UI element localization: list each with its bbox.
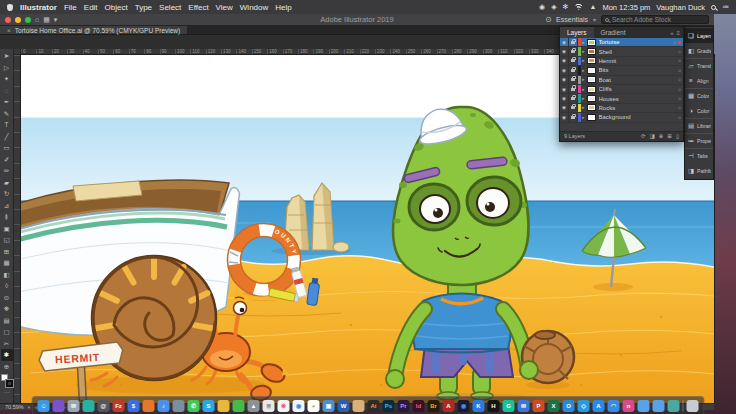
layer-row[interactable]: ◉ ▸ Boat ○ xyxy=(560,76,683,85)
menu-edit[interactable]: Edit xyxy=(84,3,98,12)
blend-tool[interactable]: ⊙ xyxy=(1,292,13,304)
pen-tool[interactable]: ✒ xyxy=(1,96,13,108)
panel-tab[interactable]: Layers xyxy=(560,27,594,38)
layer-name[interactable]: Boat xyxy=(599,77,677,83)
close-tab-icon[interactable]: × xyxy=(7,27,11,34)
perspective-grid-tool[interactable]: ⊞ xyxy=(1,246,13,258)
photos[interactable]: ❀ xyxy=(278,400,290,412)
menu-bar-user[interactable]: Vaughan Duck xyxy=(656,3,705,12)
workspace-switcher[interactable]: Essentials xyxy=(556,16,588,23)
dock-app[interactable]: @ xyxy=(98,400,110,412)
panel-tab[interactable]: Gradient xyxy=(594,27,633,38)
new-layer-icon[interactable]: ⊞ xyxy=(667,133,672,139)
airplay-icon[interactable]: ▲ xyxy=(589,0,596,14)
panel-gradient[interactable]: ◧ Gradient xyxy=(685,43,713,58)
arrange-documents-icon[interactable]: ▦ xyxy=(43,14,50,26)
layer-row[interactable]: ◉ ▸ Rocks ○ xyxy=(560,104,683,113)
visibility-eye-icon[interactable]: ◉ xyxy=(560,75,569,84)
spotlight-icon[interactable] xyxy=(711,5,716,10)
dock-app[interactable]: $ xyxy=(128,400,140,412)
target-circle-icon[interactable]: ○ xyxy=(678,77,681,82)
collapse-panel-icon[interactable]: « xyxy=(670,30,673,36)
panel-layers[interactable]: ❏ Layers xyxy=(685,28,713,43)
menu-help[interactable]: Help xyxy=(275,3,291,12)
magic-wand-tool[interactable]: ✦ xyxy=(1,73,13,85)
panel-menu-icon[interactable]: ≡ xyxy=(676,30,680,36)
lock-icon[interactable] xyxy=(569,66,578,74)
width-tool[interactable]: ≬ xyxy=(1,211,13,223)
direct-selection-tool[interactable]: ▷ xyxy=(1,62,13,74)
layer-name[interactable]: Tortoise xyxy=(599,39,672,45)
finder[interactable]: ☺ xyxy=(38,400,50,412)
dock-app[interactable] xyxy=(173,400,185,412)
layer-row[interactable]: ◉ ▸ Tortoise ○ xyxy=(560,38,683,47)
skype[interactable]: S xyxy=(203,400,215,412)
hand-tool[interactable]: ✱ xyxy=(1,349,13,361)
layer-name[interactable]: Cliffs xyxy=(599,86,677,92)
rectangle-tool[interactable]: ▭ xyxy=(1,142,13,154)
layer-name[interactable]: Rocks xyxy=(599,105,677,111)
folder[interactable] xyxy=(653,400,665,412)
acrobat[interactable]: A xyxy=(443,400,455,412)
trash[interactable] xyxy=(687,400,699,412)
dock-app[interactable]: H xyxy=(488,400,500,412)
adobe-stock-search[interactable]: Search Adobe Stock xyxy=(601,15,709,24)
itunes[interactable]: ♪ xyxy=(158,400,170,412)
lock-icon[interactable] xyxy=(569,76,578,84)
layer-row[interactable]: ◉ ▸ Background ○ xyxy=(560,113,683,122)
misc-status-icon[interactable]: ✻ xyxy=(563,0,569,14)
layer-row[interactable]: ◉ ▸ Houses ○ xyxy=(560,94,683,103)
zoom-window-button[interactable] xyxy=(25,17,31,23)
line-segment-tool[interactable]: ╱ xyxy=(1,131,13,143)
apple-menu-icon[interactable] xyxy=(7,4,13,11)
safari[interactable]: ◉ xyxy=(293,400,305,412)
type-tool[interactable]: T xyxy=(1,119,13,131)
layer-name[interactable]: Hermit xyxy=(599,58,677,64)
panel-properties[interactable]: ≔ Properties xyxy=(685,133,713,148)
launchpad[interactable]: ▲ xyxy=(248,400,260,412)
visibility-eye-icon[interactable]: ◉ xyxy=(560,38,569,47)
column-graph-tool[interactable]: ▤ xyxy=(1,315,13,327)
mail[interactable]: ✉ xyxy=(68,400,80,412)
menu-app-name[interactable]: Illustrator xyxy=(20,3,57,12)
dock-app[interactable]: ▣ xyxy=(323,400,335,412)
zoom-level[interactable]: 70.59% xyxy=(5,404,24,410)
target-circle-icon[interactable]: ○ xyxy=(678,87,681,92)
lock-icon[interactable] xyxy=(569,57,578,65)
lock-icon[interactable] xyxy=(569,38,578,46)
visibility-eye-icon[interactable]: ◉ xyxy=(560,85,569,94)
visibility-eye-icon[interactable]: ◉ xyxy=(560,47,569,56)
target-circle-icon[interactable]: ○ xyxy=(678,58,681,63)
curvature-tool[interactable]: ✎ xyxy=(1,108,13,120)
dock-app[interactable] xyxy=(83,400,95,412)
visibility-eye-icon[interactable]: ◉ xyxy=(560,94,569,103)
bridge[interactable]: Br xyxy=(428,400,440,412)
eraser-tool[interactable]: ▰ xyxy=(1,177,13,189)
layer-name[interactable]: Bits xyxy=(599,67,677,73)
dock-app[interactable]: ◉ xyxy=(458,400,470,412)
folder[interactable] xyxy=(668,400,680,412)
panel-color-guide[interactable]: ◑ Color Gu... xyxy=(685,103,713,118)
close-window-button[interactable] xyxy=(5,17,11,23)
layer-row[interactable]: ◉ ▸ Bits ○ xyxy=(560,66,683,75)
layer-row[interactable]: ◉ ▸ Hermit ○ xyxy=(560,57,683,66)
panel-transform[interactable]: ▱ Transfo... xyxy=(685,58,713,73)
visibility-eye-icon[interactable]: ◉ xyxy=(560,56,569,65)
grammarly[interactable]: G xyxy=(503,400,515,412)
shape-builder-tool[interactable]: ◱ xyxy=(1,234,13,246)
panel-libraries[interactable]: ▤ Libraries xyxy=(685,118,713,133)
layer-row[interactable]: ◉ ▸ Shell ○ xyxy=(560,47,683,56)
dock-app[interactable] xyxy=(353,400,365,412)
menu-bar-clock[interactable]: Mon 12:35 pm xyxy=(602,3,650,12)
menu-file[interactable]: File xyxy=(64,3,77,12)
slice-tool[interactable]: ✂ xyxy=(1,338,13,350)
pencil-tool[interactable]: ✏ xyxy=(1,165,13,177)
edit-toolbar-icon[interactable]: ⋯ xyxy=(4,389,10,395)
target-circle-icon[interactable]: ○ xyxy=(678,96,681,101)
lock-icon[interactable] xyxy=(569,94,578,102)
dock-app[interactable]: O xyxy=(563,400,575,412)
collect-for-export-icon[interactable]: ⟳ xyxy=(641,133,646,139)
document-tab[interactable]: × Tortoise Home Office.ai @ 70.59% (CMYK… xyxy=(0,26,187,34)
user-status-icon[interactable]: ◉ xyxy=(539,0,545,14)
panel-align[interactable]: ≡ Align xyxy=(685,73,713,88)
